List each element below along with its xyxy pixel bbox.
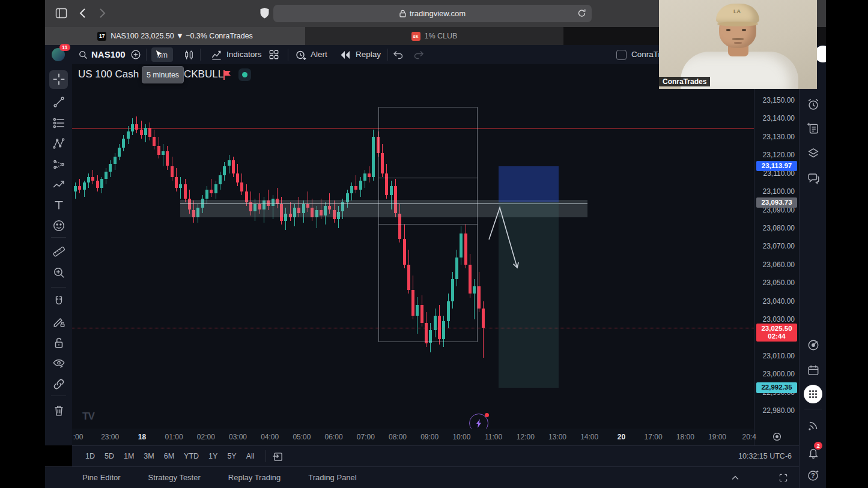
price-tick-label: 22,980.00 (753, 406, 795, 415)
toolbar-separator (387, 49, 388, 61)
flash-red-dot (485, 413, 489, 417)
zoom-in-tool[interactable] (52, 266, 65, 279)
range-button-all[interactable]: All (241, 450, 259, 463)
price-tick-label: 23,030.00 (753, 315, 795, 324)
time-axis[interactable]: :0023:001801:0002:0003:0004:0005:0006:00… (72, 429, 754, 445)
calendar-icon[interactable] (807, 364, 820, 377)
address-bar[interactable]: tradingview.com (273, 5, 592, 22)
xabcd-pattern-tool[interactable] (52, 137, 65, 150)
back-button[interactable] (77, 7, 88, 19)
replay-button[interactable]: Replay (356, 50, 381, 59)
mouse-cursor (155, 49, 164, 61)
go-to-date-icon[interactable] (772, 432, 782, 442)
chart-pane[interactable]: TV (72, 64, 754, 429)
tradingview-favicon: 17 (97, 32, 106, 41)
range-button-ytd[interactable]: YTD (179, 450, 204, 463)
link-tool[interactable] (52, 378, 65, 391)
scanner-icon[interactable] (807, 339, 820, 352)
tab-tradingview[interactable]: 17 NAS100 23,025.50 ▼ −0.3% ConraTrades (45, 27, 305, 45)
price-tick-label: 23,060.00 (753, 261, 795, 269)
range-button-5y[interactable]: 5Y (222, 450, 241, 463)
notifications-bell-icon[interactable]: 2 (807, 446, 820, 459)
shield-icon[interactable] (259, 7, 270, 19)
tab-title: 1% CLUB (425, 32, 458, 40)
flag-icon[interactable] (222, 70, 231, 80)
layout-grid-icon[interactable] (269, 49, 279, 60)
range-buttons: 1D5D1M3M6MYTD1Y5YAll (80, 450, 259, 463)
price-axis[interactable]: 23,150.0023,140.0023,130.0023,120.0023,1… (754, 64, 800, 445)
price-tick-label: 23,070.00 (753, 242, 795, 250)
lock-all-tool[interactable] (52, 336, 65, 349)
footer-bar: Pine EditorStrategy TesterReplay Trading… (45, 466, 799, 488)
horizontal-lines-tool[interactable] (52, 116, 65, 130)
range-button-6m[interactable]: 6M (159, 450, 179, 463)
sidebar-toggle-icon[interactable] (55, 8, 67, 19)
arrow-marker-tool[interactable] (52, 178, 65, 191)
tab-1pct-club[interactable]: sk 1% CLUB (305, 27, 563, 45)
data-feed-icon[interactable] (807, 419, 820, 432)
collapse-chevron-icon[interactable] (730, 473, 740, 483)
alert-button[interactable]: Alert (311, 50, 327, 59)
time-tick-label: :00 (64, 433, 92, 441)
down-arrow-drawing[interactable] (72, 64, 754, 429)
clock-display[interactable]: 10:32:15 UTC-6 (738, 452, 792, 460)
footer-tab-strategy-tester[interactable]: Strategy Tester (148, 473, 201, 482)
price-tick-label: 23,140.00 (753, 114, 795, 122)
range-button-1y[interactable]: 1Y (204, 450, 222, 463)
go-to-date-button[interactable] (272, 451, 284, 462)
trend-line-tool[interactable] (52, 95, 65, 109)
apps-grid-button[interactable] (804, 385, 822, 403)
range-button-3m[interactable]: 3M (139, 450, 159, 463)
footer-tab-replay-trading[interactable]: Replay Trading (228, 473, 281, 482)
symbol-search-button[interactable]: NAS100 (91, 49, 126, 59)
alerts-panel-icon[interactable] (807, 98, 820, 111)
crosshair-tool[interactable] (52, 73, 65, 86)
help-button[interactable]: ? (807, 469, 820, 482)
ruler-tool[interactable] (52, 245, 65, 258)
projection-tool[interactable] (52, 158, 65, 171)
footer-tab-pine-editor[interactable]: Pine Editor (82, 473, 121, 482)
price-tick-label: 23,000.00 (753, 370, 795, 378)
time-tick-label: 14:00 (575, 433, 603, 441)
redo-icon[interactable] (413, 50, 425, 60)
replay-icon[interactable] (339, 50, 351, 60)
reload-icon[interactable] (577, 8, 586, 18)
object-tree-icon[interactable] (807, 146, 820, 160)
tools-divider (51, 237, 66, 238)
chat-icon[interactable] (807, 172, 820, 185)
webcam-overlay[interactable]: LA ConraTrades (659, 0, 817, 89)
indicators-button[interactable]: Indicators (226, 50, 262, 59)
layout-checkbox[interactable] (616, 50, 627, 60)
flash-button[interactable] (469, 414, 488, 429)
footer-tab-trading-panel[interactable]: Trading Panel (308, 473, 356, 482)
range-button-1m[interactable]: 1M (119, 450, 139, 463)
avatar-notification-badge: 11 (59, 44, 70, 51)
tools-divider (51, 396, 66, 396)
market-open-dot (242, 72, 247, 77)
indicators-icon[interactable] (211, 49, 222, 61)
maximize-icon[interactable] (778, 473, 788, 483)
layout-name[interactable]: ConraTr (631, 50, 661, 59)
symbol-title-right[interactable]: CKBULL (184, 68, 223, 80)
market-status-chip[interactable] (238, 68, 251, 81)
magnet-tool[interactable] (52, 295, 65, 308)
sidebar-divider (804, 409, 822, 409)
time-tick-label: 08:00 (384, 433, 411, 441)
notes-icon[interactable] (807, 122, 820, 135)
alert-clock-icon[interactable] (295, 49, 307, 61)
emoji-tool[interactable] (52, 219, 65, 232)
remove-drawings-tool[interactable] (52, 404, 65, 417)
range-button-1d[interactable]: 1D (80, 450, 100, 463)
price-badge: 23,093.73 (756, 197, 797, 208)
hide-drawings-tool[interactable] (52, 357, 65, 370)
compare-add-icon[interactable] (130, 49, 141, 60)
search-icon[interactable] (78, 50, 88, 60)
forward-button[interactable] (97, 7, 108, 19)
text-tool[interactable] (52, 199, 65, 212)
price-badge: 23,025.5002:44 (756, 324, 797, 342)
undo-icon[interactable] (392, 50, 404, 60)
drawing-lock-tool[interactable] (52, 315, 65, 328)
range-button-5d[interactable]: 5D (100, 450, 119, 463)
chart-style-icon[interactable] (183, 49, 195, 61)
lock-icon (399, 10, 406, 17)
